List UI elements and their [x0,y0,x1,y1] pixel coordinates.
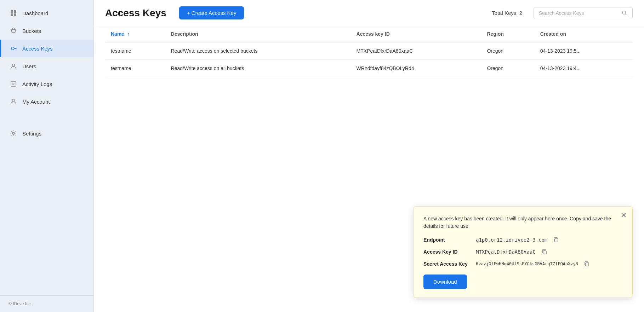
svg-point-7 [12,99,15,102]
create-access-key-button[interactable]: + Create Access Key [179,6,244,19]
svg-rect-3 [14,13,16,16]
download-button[interactable]: Download [423,275,467,289]
settings-icon [10,129,17,137]
main-header: Access Keys + Create Access Key Total Ke… [94,0,644,26]
sidebar-item-access-keys-label: Access Keys [22,46,53,52]
page-title: Access Keys [105,7,166,19]
copy-secret-key-button[interactable] [582,260,591,267]
sidebar-item-buckets-label: Buckets [22,28,41,34]
svg-rect-0 [11,10,13,13]
sidebar-item-my-account[interactable]: My Account [0,93,93,110]
my-account-icon [10,98,17,105]
access-key-id-row: Access Key ID MTXPeatDfxrDaA80xaaC [423,248,622,255]
svg-rect-11 [543,251,546,254]
endpoint-label: Endpoint [423,237,473,243]
sidebar-item-dashboard-label: Dashboard [22,10,48,16]
svg-point-9 [622,11,626,14]
svg-rect-2 [11,13,13,16]
dashboard-icon [10,9,17,17]
sidebar-item-buckets[interactable]: Buckets [0,22,93,40]
cell-region: Oregon [481,60,534,77]
column-header-description: Description [165,26,351,42]
sidebar-item-settings-label: Settings [22,131,41,137]
notification-panel: ✕ A new access key has been created. It … [413,206,633,298]
table-header: Name ↑ Description Access key ID Region … [105,26,633,42]
access-keys-table: Name ↑ Description Access key ID Region … [105,26,633,77]
copy-access-key-id-button[interactable] [540,248,548,255]
cell-name: testname [105,60,165,77]
sort-arrow-name: ↑ [127,31,130,37]
sidebar-item-my-account-label: My Account [22,99,50,105]
svg-rect-1 [14,10,16,13]
sidebar: Dashboard Buckets Access Keys [0,0,94,312]
access-key-id-label: Access Key ID [423,249,473,255]
table-row: testnameRead/Write access on all buckets… [105,60,633,77]
endpoint-row: Endpoint a1p0.or12.idrivee2-3.com [423,236,622,243]
svg-rect-6 [11,81,16,86]
total-keys-label: Total Keys: 2 [492,10,522,16]
svg-point-8 [12,132,15,134]
secret-key-row: Secret Access Key 6vazjGfEwHNq40UlSsFYCk… [423,260,622,267]
cell-name: testname [105,42,165,60]
column-header-created-on: Created on [535,26,633,42]
copy-endpoint-button[interactable] [552,236,560,243]
notification-close-button[interactable]: ✕ [621,212,627,219]
cell-created_on: 04-13-2023 19:4... [535,60,633,77]
secret-key-label: Secret Access Key [423,261,473,267]
sidebar-item-dashboard[interactable]: Dashboard [0,4,93,22]
sidebar-nav: Dashboard Buckets Access Keys [0,0,93,295]
svg-rect-12 [586,263,589,266]
table-row: testnameRead/Write access on selected bu… [105,42,633,60]
buckets-icon [10,27,17,35]
column-header-access-key-id: Access key ID [351,26,481,42]
cell-access_key_id: MTXPeatDfxrDaA80xaaC [351,42,481,60]
svg-rect-10 [555,239,558,242]
svg-point-5 [12,64,15,67]
cell-region: Oregon [481,42,534,60]
users-icon [10,62,17,70]
access-keys-icon [10,45,17,52]
main-content: Access Keys + Create Access Key Total Ke… [94,0,644,312]
access-key-id-value: MTXPeatDfxrDaA80xaaC [476,249,536,255]
sidebar-item-access-keys[interactable]: Access Keys [0,40,93,57]
sidebar-footer: © IDrive Inc. [0,295,93,312]
notification-message: A new access key has been created. It wi… [423,215,622,230]
activity-logs-icon [10,80,17,88]
sidebar-item-users[interactable]: Users [0,57,93,75]
search-input[interactable] [539,10,622,16]
table-body: testnameRead/Write access on selected bu… [105,42,633,77]
svg-point-4 [11,47,14,50]
column-header-region: Region [481,26,534,42]
cell-description: Read/Write access on all buckets [165,60,351,77]
sidebar-item-settings[interactable]: Settings [0,125,93,142]
search-icon [622,10,627,16]
cell-description: Read/Write access on selected buckets [165,42,351,60]
sidebar-item-activity-logs-label: Activity Logs [22,81,52,87]
cell-access_key_id: WRndfdayf84zQBOLyRd4 [351,60,481,77]
sidebar-item-activity-logs[interactable]: Activity Logs [0,75,93,93]
endpoint-value: a1p0.or12.idrivee2-3.com [476,237,547,243]
secret-key-value: 6vazjGfEwHNq40UlSsFYCksGRVArqTZfFQAnXzy3 [476,261,578,266]
column-header-name[interactable]: Name ↑ [105,26,165,42]
search-box [534,7,633,19]
cell-created_on: 04-13-2023 19:5... [535,42,633,60]
sidebar-item-users-label: Users [22,63,36,69]
